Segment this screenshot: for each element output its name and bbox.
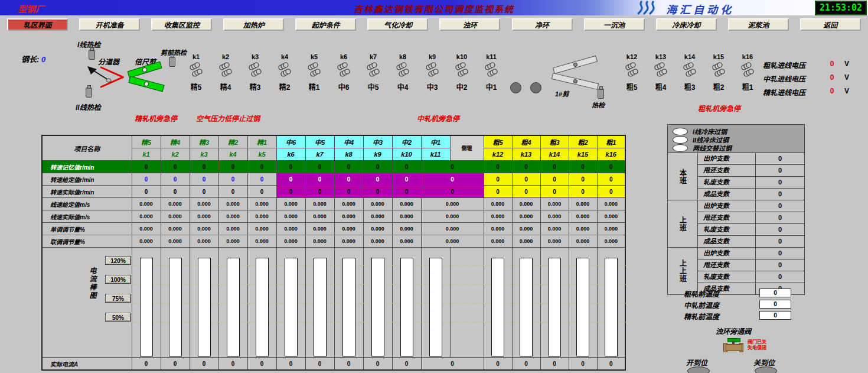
value-cell: 0.000 xyxy=(569,223,597,235)
value-cell[interactable]: 0 xyxy=(512,173,540,186)
scale-button-120[interactable]: 120% xyxy=(105,256,131,265)
value-cell: 0.000 xyxy=(512,210,540,223)
voltage-unit: V xyxy=(844,73,849,82)
nav-bar: 轧区界面开机准备收集区监控加热炉起炉条件气化冷却浊环净环一沉池冷床冷却泥浆池返回 xyxy=(0,15,868,34)
mill-stand-k15: k15粗2 xyxy=(704,53,733,92)
value-cell[interactable]: 0 xyxy=(247,173,276,186)
value-cell[interactable]: 0 xyxy=(218,173,247,186)
shift-row: 轧废支数0 xyxy=(698,176,804,188)
col-k-header-k10: k10 xyxy=(392,148,421,161)
bottom-row: 实际电流A0000000000000000 xyxy=(42,358,625,371)
value-cell[interactable]: 0 xyxy=(569,173,597,186)
value-cell: 0.000 xyxy=(540,210,569,223)
value-cell[interactable]: 0 xyxy=(392,173,421,186)
scale-button-100[interactable]: 100% xyxy=(105,275,131,284)
col-k-header-k5: k5 xyxy=(247,148,276,161)
value-cell[interactable]: 0 xyxy=(132,173,161,186)
scale-button-75[interactable]: 75% xyxy=(105,294,131,303)
nav-button-8[interactable]: 净环 xyxy=(512,18,573,31)
value-cell: 0 xyxy=(484,186,512,198)
value-cell[interactable]: 0 xyxy=(363,173,392,186)
value-cell[interactable]: 0 xyxy=(334,173,363,186)
line1-hot-detector-icon xyxy=(89,50,95,60)
bypass-valve-title: 浊环旁通阀 xyxy=(716,326,751,336)
value-cell: 0.000 xyxy=(132,235,161,248)
current-bar xyxy=(548,258,561,356)
current-bar xyxy=(198,258,211,356)
value-cell[interactable]: 0 xyxy=(421,173,484,186)
col-header-k13: 粗4 xyxy=(512,135,540,148)
value-cell[interactable]: 0 xyxy=(305,173,334,186)
col-k-header-k16: k16 xyxy=(597,148,625,161)
bottom-value-cell: 0 xyxy=(132,358,161,371)
nav-button-10[interactable]: 冷床冷却 xyxy=(656,18,717,31)
current-bar xyxy=(342,258,355,356)
stand-name-label: 精2 xyxy=(270,82,299,92)
value-cell: 0.000 xyxy=(218,223,247,235)
value-cell[interactable]: 0 xyxy=(484,173,512,186)
row-label: 转速记忆值r/min xyxy=(42,161,132,173)
value-cell: 0.000 xyxy=(512,223,540,235)
chart-bar-cell xyxy=(161,248,190,358)
row-label: 转速给定值r/min xyxy=(42,173,132,186)
current-bar xyxy=(400,258,413,356)
stand-name-label: 粗2 xyxy=(704,82,733,92)
value-cell: 0.000 xyxy=(218,210,247,223)
roller-stand-icon xyxy=(277,62,292,77)
nav-button-4[interactable]: 加热炉 xyxy=(223,18,284,31)
scale-button-50[interactable]: 50% xyxy=(105,313,131,322)
roller-stand-icon xyxy=(454,62,469,77)
alarm-finishing-estop: 精轧机旁急停 xyxy=(135,113,177,123)
indicator-lamp-icon xyxy=(673,144,688,152)
value-cell[interactable]: 0 xyxy=(540,173,569,186)
nav-button-7[interactable]: 浊环 xyxy=(439,18,500,31)
stand-k-label: k11 xyxy=(477,53,505,60)
bottom-value-cell: 0 xyxy=(218,358,247,371)
col-header-k2: 精4 xyxy=(161,135,190,148)
value-cell[interactable]: 0 xyxy=(276,173,305,186)
shift-row-label: 甩还支数 xyxy=(698,260,756,271)
value-cell: 0 xyxy=(334,161,363,173)
col-header-k5: 精1 xyxy=(247,135,276,148)
value-cell: 0.000 xyxy=(597,198,625,210)
close-limit-lamp-icon xyxy=(755,366,777,373)
voltage-block: 粗轧进线电压0V中轧进线电压0V精轧进线电压0V xyxy=(763,60,857,101)
mill-stand-k2: k2精4 xyxy=(211,53,240,92)
shift-row-value: 0 xyxy=(756,248,804,259)
nav-button-1[interactable]: 轧区界面 xyxy=(7,18,68,31)
value-cell: 0 xyxy=(392,186,421,198)
bypass-valve-icon[interactable] xyxy=(723,338,743,352)
chart-bar-cell xyxy=(305,248,334,358)
nav-button-2[interactable]: 开机准备 xyxy=(79,18,140,31)
nav-button-11[interactable]: 泥浆池 xyxy=(728,18,789,31)
nav-button-12[interactable]: 返回 xyxy=(800,18,861,31)
col-k-header-k2: k2 xyxy=(161,148,190,161)
bottom-value-cell: 0 xyxy=(305,358,334,371)
shift-row-label: 轧废支数 xyxy=(698,271,756,283)
nav-button-6[interactable]: 气化冷却 xyxy=(367,18,428,31)
nav-button-3[interactable]: 收集区监控 xyxy=(151,18,212,31)
mill-stand-k1: k1精5 xyxy=(182,53,210,92)
temp-value-box: 0 xyxy=(759,311,791,320)
hmi-screen: 型钢厂 吉林鑫达钢铁有限公司调度监视系统 海汇自动化 21:53:02 轧区界面… xyxy=(0,0,868,373)
value-cell[interactable]: 0 xyxy=(190,173,218,186)
value-cell: 0.000 xyxy=(161,223,190,235)
nav-button-5[interactable]: 起炉条件 xyxy=(295,18,356,31)
shift-row: 成品支数0 xyxy=(698,235,804,247)
col-header-k11: 中1 xyxy=(421,135,450,148)
value-cell: 0 xyxy=(305,186,334,198)
close-limit-label: 关到位 xyxy=(753,357,775,367)
stand-k-label: k7 xyxy=(359,53,387,60)
value-cell: 0 xyxy=(512,161,540,173)
nav-button-9[interactable]: 一沉池 xyxy=(584,18,645,31)
col-k-header-k11: k11 xyxy=(421,148,450,161)
value-cell[interactable]: 0 xyxy=(161,173,190,186)
line2-hot-detector-icon xyxy=(86,87,92,98)
value-cell: 0.000 xyxy=(363,210,392,223)
temp-value-box: 0 xyxy=(759,288,791,297)
value-cell: 0 xyxy=(305,161,334,173)
value-cell[interactable]: 0 xyxy=(597,173,625,186)
value-cell: 0.000 xyxy=(132,223,161,235)
value-cell: 0 xyxy=(392,161,421,173)
col-header-k8: 中4 xyxy=(334,135,363,148)
